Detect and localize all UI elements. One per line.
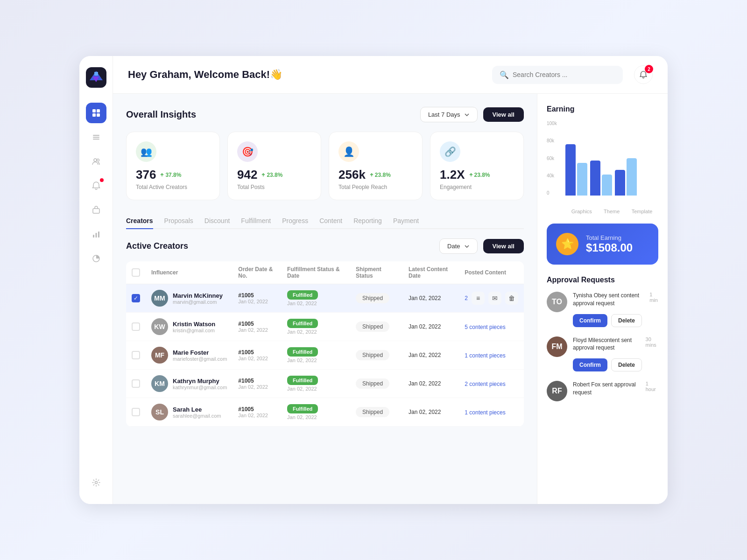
creator-email: sarahlee@gmail.com <box>173 413 221 419</box>
creator-name: Marvin McKinney <box>173 292 223 299</box>
chart-bar-group <box>590 161 612 196</box>
status-badge: Fulfilled <box>287 404 318 413</box>
fulfillment-date: Jan 02, 2022 <box>287 386 345 392</box>
earning-info: Total Earning $1508.00 <box>586 234 633 254</box>
chart-x-label: Template <box>632 209 653 214</box>
search-bar[interactable]: 🔍 <box>492 66 623 84</box>
tab-content[interactable]: Content <box>319 213 342 229</box>
sidebar-item-analytics[interactable] <box>86 248 106 269</box>
order-num: #1005 <box>238 406 276 413</box>
row-delete-button[interactable]: 🗑 <box>505 292 518 305</box>
chart-bar-group <box>565 144 587 196</box>
col-influencer: Influencer <box>146 261 233 284</box>
shipment-badge: Shipped <box>356 293 389 303</box>
chart-bar-light <box>602 175 612 196</box>
sidebar-item-alerts[interactable] <box>86 175 106 196</box>
order-date: Jan 02, 2022 <box>238 413 276 418</box>
content-date: Jan 02, 2022 <box>403 313 459 341</box>
creator-avatar: MM <box>151 290 168 307</box>
col-posted: Posted Content <box>459 261 524 284</box>
sidebar-item-settings[interactable] <box>86 472 106 493</box>
delete-button[interactable]: Delete <box>611 314 642 327</box>
date-dropdown[interactable]: Last 7 Days <box>420 107 478 122</box>
approval-header-row: Tynisha Obey sent content approval reque… <box>573 292 658 310</box>
approval-item: RF Robert Fox sent approval request 1 ho… <box>547 381 658 401</box>
row-mail-button[interactable]: ✉ <box>488 292 501 305</box>
content-date: Jan 02, 2022 <box>403 398 459 427</box>
tab-payment[interactable]: Payment <box>393 213 419 229</box>
logo <box>86 67 106 90</box>
approval-time: 30 mins <box>646 336 658 348</box>
content-date: Jan 02, 2022 <box>403 341 459 370</box>
svg-rect-5 <box>97 109 100 112</box>
stat-card-posts: 🎯 942 23.8% Total Posts <box>227 132 321 200</box>
row-checkbox[interactable] <box>132 408 140 416</box>
sidebar-item-list[interactable] <box>86 127 106 147</box>
tabs: Creators Proposals Discount Fulfillment … <box>126 213 524 229</box>
shipment-badge: Shipped <box>356 407 389 417</box>
tab-progress[interactable]: Progress <box>282 213 308 229</box>
row-checkbox[interactable] <box>132 379 140 388</box>
creators-date-filter[interactable]: Date <box>439 238 477 254</box>
sidebar-item-chart[interactable] <box>86 224 106 245</box>
table-row: KW Kristin Watson kristin@gmail.com #100… <box>126 313 524 341</box>
insights-controls: Last 7 Days View all <box>420 107 524 122</box>
chart-bars <box>547 121 658 196</box>
creator-info: KW Kristin Watson kristin@gmail.com <box>151 318 227 335</box>
confirm-button[interactable]: Confirm <box>573 314 607 327</box>
sidebar-item-users[interactable] <box>86 151 106 172</box>
posted-content-link[interactable]: 1 content pieces <box>465 409 505 416</box>
col-content-date: Latest Content Date <box>403 261 459 284</box>
approval-item: FM Floyd Milescontent sent approval requ… <box>547 336 658 372</box>
creator-avatar: MF <box>151 347 168 364</box>
svg-point-18 <box>95 482 97 484</box>
stat-label-posts: Total Posts <box>237 184 311 190</box>
delete-button[interactable]: Delete <box>611 358 642 371</box>
tab-discount[interactable]: Discount <box>204 213 230 229</box>
tab-creators[interactable]: Creators <box>126 213 153 229</box>
date-filter-label: Last 7 Days <box>428 111 460 118</box>
row-checkbox[interactable]: ✓ <box>132 294 140 302</box>
stat-card-creators: 👥 376 37.8% Total Active Creators <box>126 132 220 200</box>
sidebar-item-grid[interactable] <box>86 103 106 123</box>
confirm-button[interactable]: Confirm <box>573 358 607 371</box>
stat-change-creators: 37.8% <box>160 172 181 178</box>
creator-email: kathrynmur@gmail.com <box>173 385 227 390</box>
earning-title: Earning <box>547 105 658 113</box>
stat-value-engagement: 1.2X 23.8% <box>440 168 514 182</box>
svg-point-12 <box>97 159 99 161</box>
svg-rect-6 <box>92 113 96 117</box>
chart-x-label: Theme <box>604 209 620 214</box>
sidebar-item-bag[interactable] <box>86 200 106 220</box>
tab-reporting[interactable]: Reporting <box>353 213 382 229</box>
fulfillment-date: Jan 02, 2022 <box>287 357 345 363</box>
search-input[interactable] <box>513 71 615 78</box>
tab-proposals[interactable]: Proposals <box>164 213 193 229</box>
chart-bar-group <box>615 158 637 196</box>
posted-content-link[interactable]: 5 content pieces <box>465 324 505 330</box>
creators-view-all-button[interactable]: View all <box>483 239 524 253</box>
right-panel: Earning 100k 80k 60k 40k 0 <box>537 94 668 504</box>
stat-icon-posts: 🎯 <box>237 141 258 162</box>
insights-view-all-button[interactable]: View all <box>483 107 524 122</box>
approval-requests-title: Approval Requests <box>547 276 658 284</box>
table-select-all-checkbox[interactable] <box>132 268 140 277</box>
row-checkbox[interactable] <box>132 351 140 359</box>
creator-info: KM Kathryn Murphy kathrynmur@gmail.com <box>151 375 227 392</box>
order-date: Jan 02, 2022 <box>238 299 276 304</box>
active-creators-title: Active Creators <box>126 241 188 251</box>
stat-change-posts: 23.8% <box>261 172 282 178</box>
notification-button[interactable]: 2 <box>634 65 653 84</box>
chart-x-labels: GraphicsThemeTemplate <box>547 209 658 214</box>
row-checkbox[interactable] <box>132 322 140 331</box>
posted-content-link[interactable]: 1 content pieces <box>465 352 505 359</box>
tab-fulfillment[interactable]: Fulfillment <box>241 213 271 229</box>
row-menu-button[interactable]: ≡ <box>472 292 485 305</box>
posted-content-link[interactable]: 2 <box>465 295 468 301</box>
approval-avatar: TO <box>547 292 567 312</box>
svg-rect-10 <box>93 139 99 140</box>
shipment-badge: Shipped <box>356 350 389 360</box>
creator-avatar: KM <box>151 375 168 392</box>
posted-content-link[interactable]: 2 content pieces <box>465 381 505 387</box>
creator-name: Kathryn Murphy <box>173 378 227 385</box>
